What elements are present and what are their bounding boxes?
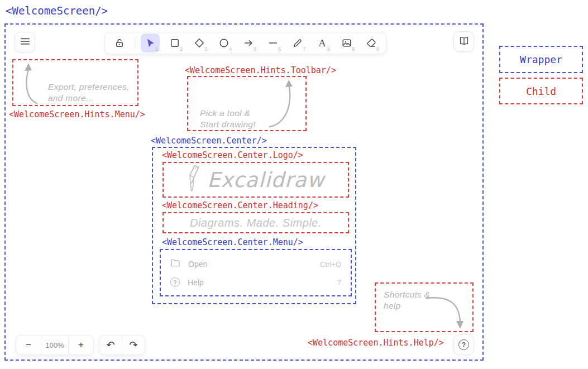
center-menu-label: <WelcomeScreen.Center.Menu/> <box>162 237 303 247</box>
hamburger-icon <box>20 37 30 47</box>
excalidraw-pencil-icon <box>187 164 202 195</box>
tool-number: 3 <box>204 46 207 52</box>
library-button[interactable] <box>453 31 474 52</box>
book-icon <box>458 35 470 49</box>
tool-number: 7 <box>303 46 305 52</box>
hints-menu-box: Export, preferences, and more... <box>12 59 138 106</box>
undo-redo-controls: ↶ ↷ <box>99 335 145 355</box>
tool-number: 2 <box>180 46 183 52</box>
lock-icon <box>114 37 125 49</box>
page-title: <WelcomeScreen/> <box>6 4 108 17</box>
legend-wrapper-box: Wrapper <box>499 46 583 73</box>
menu-item-shortcut: Ctrl+O <box>320 260 341 269</box>
hints-menu-label: <WelcomeScreen.Hints.Menu/> <box>9 109 145 119</box>
tool-ellipse[interactable]: 4 <box>214 33 233 52</box>
tool-line[interactable]: 6 <box>264 33 283 52</box>
hint-toolbar-text-line2: Start drawing! <box>200 119 256 130</box>
lock-tool-button[interactable] <box>110 33 129 52</box>
legend-wrapper-label: Wrapper <box>520 54 562 65</box>
center-logo-box: Excalidraw <box>162 162 349 198</box>
tool-number: 6 <box>278 46 281 52</box>
pencil-icon <box>292 37 303 49</box>
menu-item-label: Help <box>188 278 204 287</box>
minus-icon: − <box>26 339 31 351</box>
redo-button[interactable]: ↷ <box>122 335 145 355</box>
toolbar-divider <box>135 37 135 49</box>
zoom-level-button[interactable]: 100% <box>41 335 68 355</box>
arrow-icon <box>243 37 254 49</box>
diamond-icon <box>194 37 205 49</box>
hint-help-text-line1: Shortcuts & <box>384 289 430 300</box>
hamburger-menu-button[interactable] <box>15 32 35 52</box>
tool-draw[interactable]: 7 <box>288 33 307 52</box>
hints-help-label: <WelcomeScreen.Hints.Help/> <box>308 338 444 348</box>
tool-image[interactable]: 9 <box>337 33 356 52</box>
rectangle-icon <box>169 37 180 49</box>
undo-button[interactable]: ↶ <box>99 335 122 355</box>
eraser-icon <box>366 37 377 49</box>
zoom-out-button[interactable]: − <box>16 335 41 355</box>
menu-item-label: Open <box>188 260 207 269</box>
help-icon: ? <box>458 339 469 350</box>
hint-menu-text-line2: and more... <box>48 93 130 104</box>
menu-item-help[interactable]: ? Help ? <box>161 277 351 287</box>
tool-arrow[interactable]: 5 <box>239 33 258 52</box>
line-icon <box>267 37 279 49</box>
selection-cursor-icon <box>145 37 156 49</box>
image-icon <box>341 37 352 49</box>
zoom-level-value: 100% <box>45 341 64 349</box>
legend-child-box: Child <box>499 78 583 104</box>
toolbar: 1 2 3 4 <box>104 32 386 54</box>
zoom-in-button[interactable]: + <box>69 335 93 355</box>
center-heading-box: Diagrams. Made. Simple. <box>162 212 349 233</box>
tool-number: 8 <box>327 46 330 52</box>
folder-icon <box>170 258 180 270</box>
menu-item-open[interactable]: Open Ctrl+O <box>161 258 351 270</box>
plus-icon: + <box>78 339 84 351</box>
center-menu-box: Open Ctrl+O ? Help ? <box>160 249 352 296</box>
tool-number: 0 <box>376 46 379 52</box>
center-heading-text: Diagrams. Made. Simple. <box>190 217 322 229</box>
tool-number: 4 <box>229 46 232 52</box>
tool-rectangle[interactable]: 2 <box>165 33 184 52</box>
center-heading-label: <WelcomeScreen.Center.Heading/> <box>162 200 318 210</box>
hint-menu-text-line1: Export, preferences, <box>48 82 130 93</box>
undo-icon: ↶ <box>106 340 114 350</box>
question-circle-icon: ? <box>170 277 180 287</box>
hint-toolbar-text-line1: Pick a tool & <box>200 108 256 119</box>
ellipse-icon <box>218 37 230 49</box>
tool-selection[interactable]: 1 <box>141 33 160 52</box>
tool-eraser[interactable]: 0 <box>362 33 381 52</box>
curved-arrow-up-icon <box>265 79 299 130</box>
redo-icon: ↷ <box>129 340 137 350</box>
curved-arrow-up-icon <box>18 62 46 106</box>
menu-item-shortcut: ? <box>337 278 341 286</box>
curved-arrow-down-icon <box>424 293 468 330</box>
center-label: <WelcomeScreen.Center/> <box>151 136 267 146</box>
hint-help-text-line2: help <box>384 300 430 312</box>
tool-number: 1 <box>155 46 158 52</box>
page: <WelcomeScreen/> <box>0 0 588 369</box>
excalidraw-logo-text: Excalidraw <box>207 168 324 192</box>
center-box: <WelcomeScreen.Center.Logo/> Excalidraw … <box>152 147 356 304</box>
text-tool-icon: A <box>319 39 326 48</box>
tool-diamond[interactable]: 3 <box>190 33 209 52</box>
zoom-controls: − 100% + <box>16 335 94 355</box>
tool-number: 5 <box>254 46 256 52</box>
legend-child-label: Child <box>526 85 556 97</box>
hints-toolbar-label: <WelcomeScreen.Hints.Toolbar/> <box>185 65 336 75</box>
center-logo-label: <WelcomeScreen.Center.Logo/> <box>162 150 303 160</box>
hints-help-box: Shortcuts & help <box>375 282 474 332</box>
tool-number: 9 <box>352 46 355 52</box>
help-button[interactable]: ? <box>453 334 474 355</box>
tool-text[interactable]: A 8 <box>313 33 332 52</box>
hints-toolbar-box: Pick a tool & Start drawing! <box>187 76 307 131</box>
